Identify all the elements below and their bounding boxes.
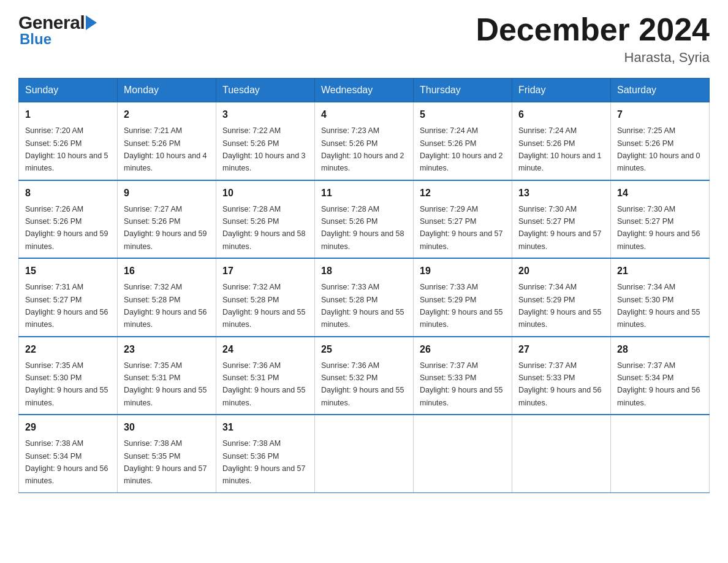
calendar-body: 1 Sunrise: 7:20 AMSunset: 5:26 PMDayligh…: [19, 102, 710, 493]
day-cell-1: 1 Sunrise: 7:20 AMSunset: 5:26 PMDayligh…: [19, 102, 118, 180]
day-number: 19: [420, 264, 506, 278]
empty-cell: [611, 415, 710, 492]
day-header-thursday: Thursday: [414, 79, 512, 102]
day-info: Sunrise: 7:32 AMSunset: 5:28 PMDaylight:…: [124, 283, 207, 329]
day-info: Sunrise: 7:24 AMSunset: 5:26 PMDaylight:…: [420, 126, 503, 172]
title-area: December 2024 Harasta, Syria: [476, 12, 710, 66]
day-number: 27: [518, 342, 604, 357]
day-info: Sunrise: 7:26 AMSunset: 5:26 PMDaylight:…: [25, 205, 108, 251]
page-header: General Blue December 2024 Harasta, Syri…: [18, 12, 710, 66]
day-cell-16: 16 Sunrise: 7:32 AMSunset: 5:28 PMDaylig…: [118, 258, 216, 337]
day-cell-14: 14 Sunrise: 7:30 AMSunset: 5:27 PMDaylig…: [611, 180, 710, 259]
day-number: 15: [25, 264, 111, 278]
day-cell-21: 21 Sunrise: 7:34 AMSunset: 5:30 PMDaylig…: [611, 258, 710, 337]
week-row-4: 22 Sunrise: 7:35 AMSunset: 5:30 PMDaylig…: [19, 337, 710, 415]
week-row-1: 1 Sunrise: 7:20 AMSunset: 5:26 PMDayligh…: [19, 102, 710, 180]
day-number: 30: [124, 420, 210, 435]
day-cell-11: 11 Sunrise: 7:28 AMSunset: 5:26 PMDaylig…: [315, 180, 414, 259]
day-number: 1: [25, 107, 111, 122]
day-cell-13: 13 Sunrise: 7:30 AMSunset: 5:27 PMDaylig…: [512, 180, 611, 259]
day-cell-3: 3 Sunrise: 7:22 AMSunset: 5:26 PMDayligh…: [216, 102, 315, 180]
day-cell-15: 15 Sunrise: 7:31 AMSunset: 5:27 PMDaylig…: [19, 258, 118, 337]
day-number: 12: [420, 186, 506, 201]
day-cell-23: 23 Sunrise: 7:35 AMSunset: 5:31 PMDaylig…: [118, 337, 216, 415]
day-cell-12: 12 Sunrise: 7:29 AMSunset: 5:27 PMDaylig…: [414, 180, 512, 259]
logo-arrow-icon: [86, 15, 97, 30]
day-cell-24: 24 Sunrise: 7:36 AMSunset: 5:31 PMDaylig…: [216, 337, 315, 415]
day-info: Sunrise: 7:38 AMSunset: 5:34 PMDaylight:…: [25, 439, 108, 485]
day-number: 23: [124, 342, 210, 357]
day-number: 8: [25, 186, 111, 201]
day-number: 31: [222, 420, 308, 435]
day-cell-26: 26 Sunrise: 7:37 AMSunset: 5:33 PMDaylig…: [414, 337, 512, 415]
day-info: Sunrise: 7:32 AMSunset: 5:28 PMDaylight:…: [222, 283, 306, 329]
logo-general-text: General: [18, 12, 85, 33]
day-number: 5: [420, 107, 506, 122]
day-info: Sunrise: 7:20 AMSunset: 5:26 PMDaylight:…: [25, 126, 108, 172]
day-cell-25: 25 Sunrise: 7:36 AMSunset: 5:32 PMDaylig…: [315, 337, 414, 415]
empty-cell: [414, 415, 512, 492]
day-info: Sunrise: 7:38 AMSunset: 5:35 PMDaylight:…: [124, 439, 207, 485]
day-header-monday: Monday: [118, 79, 216, 102]
day-info: Sunrise: 7:21 AMSunset: 5:26 PMDaylight:…: [124, 126, 207, 172]
day-number: 14: [617, 186, 703, 201]
day-info: Sunrise: 7:35 AMSunset: 5:30 PMDaylight:…: [25, 361, 108, 407]
day-info: Sunrise: 7:30 AMSunset: 5:27 PMDaylight:…: [617, 205, 700, 251]
day-number: 2: [124, 107, 210, 122]
day-number: 22: [25, 342, 111, 357]
day-cell-9: 9 Sunrise: 7:27 AMSunset: 5:26 PMDayligh…: [118, 180, 216, 259]
day-info: Sunrise: 7:28 AMSunset: 5:26 PMDaylight:…: [321, 205, 404, 251]
empty-cell: [315, 415, 414, 492]
day-cell-20: 20 Sunrise: 7:34 AMSunset: 5:29 PMDaylig…: [512, 258, 611, 337]
day-info: Sunrise: 7:33 AMSunset: 5:29 PMDaylight:…: [420, 283, 503, 329]
day-header-wednesday: Wednesday: [315, 79, 414, 102]
day-number: 10: [222, 186, 308, 201]
day-header-saturday: Saturday: [611, 79, 710, 102]
day-info: Sunrise: 7:34 AMSunset: 5:30 PMDaylight:…: [617, 283, 700, 329]
day-info: Sunrise: 7:25 AMSunset: 5:26 PMDaylight:…: [617, 126, 700, 172]
day-cell-8: 8 Sunrise: 7:26 AMSunset: 5:26 PMDayligh…: [19, 180, 118, 259]
empty-cell: [512, 415, 611, 492]
day-info: Sunrise: 7:36 AMSunset: 5:31 PMDaylight:…: [222, 361, 306, 407]
day-cell-7: 7 Sunrise: 7:25 AMSunset: 5:26 PMDayligh…: [611, 102, 710, 180]
day-info: Sunrise: 7:34 AMSunset: 5:29 PMDaylight:…: [518, 283, 602, 329]
day-number: 29: [25, 420, 111, 435]
day-info: Sunrise: 7:35 AMSunset: 5:31 PMDaylight:…: [124, 361, 207, 407]
day-header-friday: Friday: [512, 79, 611, 102]
day-cell-17: 17 Sunrise: 7:32 AMSunset: 5:28 PMDaylig…: [216, 258, 315, 337]
day-cell-19: 19 Sunrise: 7:33 AMSunset: 5:29 PMDaylig…: [414, 258, 512, 337]
logo: General Blue: [18, 12, 97, 48]
day-info: Sunrise: 7:37 AMSunset: 5:33 PMDaylight:…: [518, 361, 602, 407]
day-number: 21: [617, 264, 703, 278]
main-title: December 2024: [476, 12, 710, 47]
day-number: 20: [518, 264, 604, 278]
day-cell-6: 6 Sunrise: 7:24 AMSunset: 5:26 PMDayligh…: [512, 102, 611, 180]
week-row-2: 8 Sunrise: 7:26 AMSunset: 5:26 PMDayligh…: [19, 180, 710, 259]
day-info: Sunrise: 7:29 AMSunset: 5:27 PMDaylight:…: [420, 205, 503, 251]
day-number: 18: [321, 264, 407, 278]
day-number: 13: [518, 186, 604, 201]
day-cell-30: 30 Sunrise: 7:38 AMSunset: 5:35 PMDaylig…: [118, 415, 216, 492]
day-header-tuesday: Tuesday: [216, 79, 315, 102]
day-number: 26: [420, 342, 506, 357]
day-cell-5: 5 Sunrise: 7:24 AMSunset: 5:26 PMDayligh…: [414, 102, 512, 180]
day-cell-28: 28 Sunrise: 7:37 AMSunset: 5:34 PMDaylig…: [611, 337, 710, 415]
location-subtitle: Harasta, Syria: [476, 50, 710, 66]
week-row-3: 15 Sunrise: 7:31 AMSunset: 5:27 PMDaylig…: [19, 258, 710, 337]
day-cell-10: 10 Sunrise: 7:28 AMSunset: 5:26 PMDaylig…: [216, 180, 315, 259]
day-info: Sunrise: 7:37 AMSunset: 5:34 PMDaylight:…: [617, 361, 700, 407]
day-number: 28: [617, 342, 703, 357]
day-info: Sunrise: 7:24 AMSunset: 5:26 PMDaylight:…: [518, 126, 602, 172]
day-number: 25: [321, 342, 407, 357]
day-info: Sunrise: 7:22 AMSunset: 5:26 PMDaylight:…: [222, 126, 306, 172]
day-number: 6: [518, 107, 604, 122]
week-row-5: 29 Sunrise: 7:38 AMSunset: 5:34 PMDaylig…: [19, 415, 710, 492]
day-info: Sunrise: 7:38 AMSunset: 5:36 PMDaylight:…: [222, 439, 306, 485]
day-info: Sunrise: 7:27 AMSunset: 5:26 PMDaylight:…: [124, 205, 207, 251]
day-number: 9: [124, 186, 210, 201]
day-cell-2: 2 Sunrise: 7:21 AMSunset: 5:26 PMDayligh…: [118, 102, 216, 180]
day-cell-22: 22 Sunrise: 7:35 AMSunset: 5:30 PMDaylig…: [19, 337, 118, 415]
day-cell-29: 29 Sunrise: 7:38 AMSunset: 5:34 PMDaylig…: [19, 415, 118, 492]
day-cell-31: 31 Sunrise: 7:38 AMSunset: 5:36 PMDaylig…: [216, 415, 315, 492]
days-of-week-row: SundayMondayTuesdayWednesdayThursdayFrid…: [19, 79, 710, 102]
